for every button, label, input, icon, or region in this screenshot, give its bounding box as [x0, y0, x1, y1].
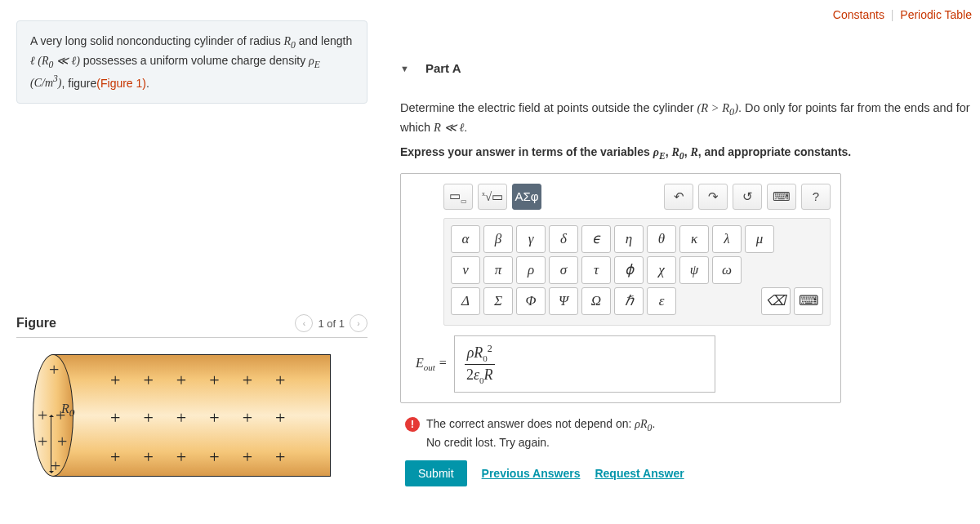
greek-key[interactable]: ψ — [679, 256, 709, 284]
greek-key[interactable]: π — [483, 256, 513, 284]
figure-pager: ‹ 1 of 1 › — [295, 314, 368, 332]
sqrt-icon: x√▭ — [482, 189, 503, 204]
greek-key[interactable]: α — [451, 225, 480, 253]
answer-fraction: ρR02 2ε0R — [465, 343, 495, 385]
undo-button[interactable]: ↶ — [664, 184, 693, 210]
greek-row: αβγδϵηθκλμ — [451, 225, 823, 253]
greek-key[interactable]: τ — [581, 256, 611, 284]
greek-key[interactable]: κ — [679, 225, 709, 253]
problem-intro: A very long solid nonconducting cylinder… — [16, 20, 368, 104]
keyboard-key[interactable]: ⌨ — [794, 287, 823, 315]
figure-heading: Figure — [16, 316, 56, 331]
greek-key[interactable]: Δ — [451, 287, 480, 315]
sqrt-button[interactable]: x√▭ — [478, 184, 507, 210]
intro-text: possesses a uniform volume charge densit… — [80, 54, 309, 67]
templates-button[interactable]: ▭▭ — [443, 184, 473, 210]
var-units: (C/m3) — [30, 77, 62, 89]
backspace-key[interactable]: ⌫ — [761, 287, 791, 315]
figure-header: Figure ‹ 1 of 1 › — [16, 314, 368, 338]
figure-prev-button[interactable]: ‹ — [295, 314, 313, 332]
answer-line: Eout = ρR02 2ε0R — [416, 335, 831, 393]
intro-text: and length — [296, 34, 352, 47]
greek-row: νπρστϕχψω — [451, 256, 823, 284]
charge-plus: + — [38, 431, 47, 452]
collapse-caret-icon: ▼ — [400, 64, 409, 73]
keyboard-button[interactable]: ⌨ — [767, 184, 796, 210]
cylinder-figure: ++++++ ++++++ ++++++ + + + + + + R0 — [33, 346, 335, 485]
error-icon: ! — [405, 417, 420, 432]
greek-key[interactable]: Φ — [516, 287, 546, 315]
templates-icon: ▭▭ — [449, 189, 467, 205]
greek-key[interactable]: γ — [516, 225, 546, 253]
greek-key[interactable]: η — [614, 225, 644, 253]
answer-denominator: 2ε0R — [466, 365, 493, 385]
greek-button[interactable]: ΑΣφ — [512, 184, 541, 210]
greek-key[interactable]: ϕ — [614, 256, 644, 284]
greek-key[interactable]: ω — [712, 256, 742, 284]
var-rhoE: ρE — [309, 55, 320, 67]
greek-key[interactable]: Σ — [483, 287, 513, 315]
request-answer-link[interactable]: Request Answer — [595, 467, 684, 480]
feedback-text: The correct answer does not depend on: ρ… — [426, 416, 655, 451]
prompt-text: Determine the electric field at points o… — [400, 101, 697, 114]
feedback-line2: No credit lost. Try again. — [426, 436, 550, 449]
charge-plus: + — [49, 359, 59, 380]
greek-key[interactable]: β — [483, 225, 513, 253]
var-R0: R0 — [284, 35, 296, 47]
prompt-text: . — [464, 121, 467, 134]
prompt-math: R ≪ ℓ — [434, 121, 464, 134]
part-prompt: Determine the electric field at points o… — [400, 100, 972, 137]
greek-key[interactable]: θ — [647, 225, 676, 253]
greek-key[interactable]: δ — [549, 225, 578, 253]
reset-icon: ↺ — [742, 189, 753, 204]
r0-label: R0 — [61, 402, 74, 420]
redo-button[interactable]: ↷ — [698, 184, 728, 210]
part-label: Part A — [425, 61, 461, 75]
figure-link[interactable]: (Figure 1) — [96, 76, 146, 89]
var-ell: ℓ — [30, 55, 35, 67]
keyboard-icon: ⌨ — [773, 189, 791, 204]
charge-row: ++++++ — [110, 370, 286, 391]
charge-row: ++++++ — [110, 446, 286, 468]
periodic-table-link[interactable]: Periodic Table — [900, 8, 972, 21]
r0-arrow — [51, 415, 51, 473]
link-separator: | — [891, 8, 894, 21]
reset-button[interactable]: ↺ — [733, 184, 762, 210]
greek-key[interactable]: χ — [647, 256, 676, 284]
greek-key[interactable]: ρ — [516, 256, 546, 284]
greek-icon: ΑΣφ — [514, 189, 538, 203]
greek-key[interactable]: σ — [549, 256, 578, 284]
answer-input[interactable]: ρR02 2ε0R — [454, 335, 715, 393]
greek-keypad: αβγδϵηθκλμ νπρστϕχψω ΔΣΦΨΩℏε⌫⌨ — [443, 218, 831, 326]
greek-key[interactable]: μ — [745, 225, 774, 253]
equation-toolbar: ▭▭ x√▭ ΑΣφ ↶ ↷ ↺ ⌨ ? — [411, 184, 831, 210]
undo-icon: ↶ — [674, 189, 684, 204]
action-row: Submit Previous Answers Request Answer — [405, 460, 972, 486]
greek-key[interactable]: ϵ — [581, 225, 611, 253]
greek-key[interactable]: Ω — [581, 287, 611, 315]
help-icon: ? — [813, 189, 819, 203]
figure-pager-label: 1 of 1 — [318, 318, 345, 330]
charge-row: ++++++ — [110, 407, 286, 429]
charge-plus: + — [38, 405, 47, 426]
greek-key[interactable]: ℏ — [614, 287, 644, 315]
constants-link[interactable]: Constants — [833, 8, 884, 21]
part-header[interactable]: ▼ Part A — [400, 61, 972, 75]
intro-text: A very long solid nonconducting cylinder… — [30, 34, 284, 47]
answer-lhs: Eout = — [416, 356, 448, 372]
part-panel: ▼ Part A Determine the electric field at… — [400, 61, 972, 486]
greek-key[interactable]: λ — [712, 225, 742, 253]
feedback-line1: The correct answer does not depend on: ρ… — [426, 417, 655, 430]
figure-next-button[interactable]: › — [350, 314, 368, 332]
previous-answers-link[interactable]: Previous Answers — [482, 467, 581, 480]
top-links: Constants | Periodic Table — [833, 8, 972, 21]
greek-row: ΔΣΦΨΩℏε⌫⌨ — [451, 287, 823, 315]
greek-key[interactable]: ν — [451, 256, 480, 284]
submit-button[interactable]: Submit — [405, 460, 467, 486]
charge-plus: + — [57, 431, 67, 452]
greek-key[interactable]: ε — [647, 287, 676, 315]
intro-text: . — [146, 76, 149, 89]
intro-text: , figure — [62, 76, 97, 89]
help-button[interactable]: ? — [801, 184, 831, 210]
greek-key[interactable]: Ψ — [549, 287, 578, 315]
